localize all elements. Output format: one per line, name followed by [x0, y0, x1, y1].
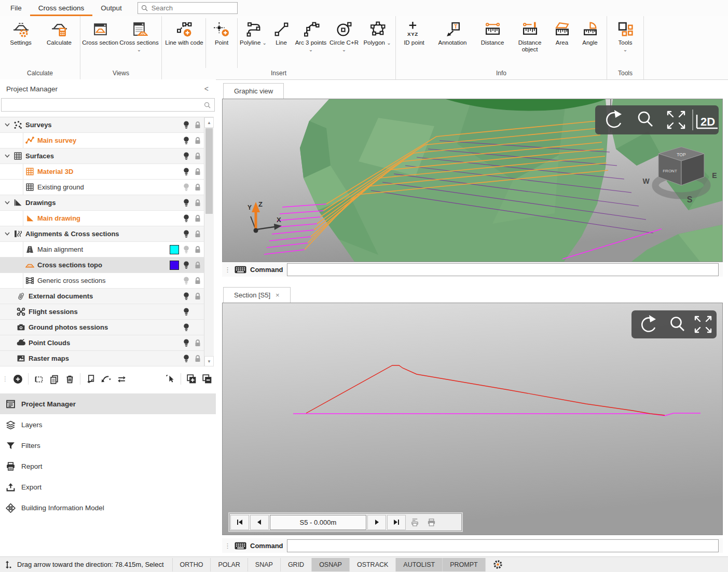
previous-section-button[interactable] — [250, 515, 269, 530]
tree-row-flight-sessions[interactable]: Flight sessions — [0, 304, 204, 320]
nav-item-project-manager[interactable]: Project Manager — [0, 393, 216, 414]
tree-row-drawings[interactable]: Drawings — [0, 195, 204, 211]
expander-chevron-icon[interactable] — [3, 232, 11, 236]
lock-icon[interactable] — [194, 355, 201, 363]
visibility-bulb-icon[interactable] — [183, 261, 190, 269]
arc-3-points-button[interactable]: Arc 3 points ⌄ — [294, 18, 327, 69]
toggle-osnap[interactable]: OSNAP — [311, 558, 349, 571]
section-canvas[interactable] — [223, 303, 722, 535]
visibility-bulb-icon[interactable] — [183, 167, 190, 176]
last-section-button[interactable] — [387, 515, 406, 530]
tree-row-main-drawing[interactable]: Main drawing — [0, 211, 204, 226]
delete-button[interactable] — [63, 372, 77, 386]
page-setup-button[interactable] — [407, 515, 422, 530]
calculate-button[interactable]: Calculate — [40, 18, 78, 69]
area-button[interactable]: Area — [549, 18, 575, 69]
command-input-graphic[interactable] — [287, 263, 719, 276]
tab-graphic-view[interactable]: Graphic view — [223, 83, 284, 99]
pick-in-graphics-button[interactable] — [163, 372, 177, 386]
2d-view-icon[interactable]: 2D — [697, 115, 718, 128]
search-input[interactable] — [150, 4, 234, 12]
print-button[interactable] — [423, 515, 439, 530]
toggle-autolist[interactable]: AUTOLIST — [395, 558, 442, 571]
tree-scrollbar[interactable]: ▲ ▼ — [204, 117, 214, 366]
select-items-button[interactable] — [32, 372, 46, 386]
tab-cross-sections[interactable]: Cross sections — [30, 0, 93, 16]
drag-grip-icon[interactable]: ⋮ — [224, 542, 231, 550]
tree-row-point-clouds[interactable]: Point Clouds — [0, 335, 204, 351]
visibility-bulb-icon[interactable] — [183, 323, 190, 332]
layer-color-swatch[interactable] — [170, 261, 179, 270]
tree-row-main-survey[interactable]: Main survey — [0, 133, 204, 148]
point-button[interactable]: Point — [207, 18, 237, 69]
nav-item-bim[interactable]: Building Information Model — [0, 497, 216, 518]
polygon-button[interactable]: Polygon ⌄ — [361, 18, 394, 69]
toggle-polar[interactable]: POLAR — [210, 558, 247, 571]
section-viewport[interactable]: S5 - 0.000m — [222, 303, 723, 535]
visibility-bulb-icon[interactable] — [183, 229, 190, 238]
toggle-prompt[interactable]: PROMPT — [442, 558, 485, 571]
add-item-button[interactable] — [11, 372, 25, 386]
tree-row-material-3d[interactable]: Material 3D — [0, 164, 204, 180]
visibility-bulb-icon[interactable] — [183, 292, 190, 301]
lock-icon[interactable] — [194, 183, 201, 192]
distance-object-button[interactable]: Distance object — [511, 18, 549, 69]
status-settings-button[interactable] — [493, 560, 503, 569]
tree-row-alignments[interactable]: Alignments & Cross sections — [0, 226, 204, 242]
tree-search-input[interactable] — [5, 101, 204, 110]
cross-section-view-button[interactable]: Cross section — [82, 18, 118, 69]
tab-output[interactable]: Output — [92, 0, 130, 16]
lock-icon[interactable] — [194, 152, 201, 160]
layer-color-swatch[interactable] — [170, 245, 179, 254]
tree-row-ground-photos[interactable]: Ground photos sessions — [0, 320, 204, 335]
lock-icon[interactable] — [194, 199, 201, 207]
expander-chevron-icon[interactable] — [3, 123, 11, 127]
lock-icon[interactable] — [194, 214, 201, 223]
tree-row-raster-maps[interactable]: Raster maps — [0, 351, 204, 366]
lock-icon[interactable] — [194, 137, 201, 145]
lock-icon[interactable] — [194, 339, 201, 347]
visibility-bulb-icon[interactable] — [183, 338, 190, 347]
next-section-button[interactable] — [367, 515, 386, 530]
close-icon[interactable]: × — [276, 291, 280, 299]
distance-button[interactable]: Distance — [474, 18, 511, 69]
visibility-bulb-icon[interactable] — [183, 198, 190, 207]
send-to-button[interactable] — [99, 372, 113, 386]
nav-item-export[interactable]: Export — [0, 476, 216, 497]
circle-cr-button[interactable]: Circle C+R ⌄ — [327, 18, 361, 69]
visibility-bulb-icon[interactable] — [183, 152, 190, 160]
visibility-bulb-off-icon[interactable] — [183, 276, 190, 285]
visibility-bulb-icon[interactable] — [183, 354, 190, 363]
reimport-button[interactable] — [84, 372, 98, 386]
visibility-bulb-icon[interactable] — [183, 120, 190, 129]
annotation-button[interactable]: T Annotation — [431, 18, 474, 69]
tab-file[interactable]: File — [2, 0, 30, 16]
visibility-bulb-icon[interactable] — [183, 214, 190, 223]
graphic-3d-canvas[interactable]: Z Y X TOP FRONT W E S — [223, 99, 722, 262]
recompute-button[interactable] — [115, 372, 129, 386]
toggle-ostrack[interactable]: OSTRACK — [349, 558, 395, 571]
toggle-snap[interactable]: SNAP — [248, 558, 280, 571]
line-button[interactable]: Line — [268, 18, 294, 69]
line-with-code-button[interactable]: Line with code — [163, 18, 205, 69]
settings-button[interactable]: Settings — [2, 18, 40, 69]
lock-icon[interactable] — [194, 277, 201, 285]
expander-chevron-icon[interactable] — [3, 154, 11, 158]
angle-button[interactable]: Angle — [575, 18, 605, 69]
visibility-bulb-icon[interactable] — [183, 136, 190, 145]
tree-row-surfaces[interactable]: Surfaces — [0, 148, 204, 164]
graphic-3d-viewport[interactable]: Z Y X TOP FRONT W E S — [222, 99, 723, 262]
tree-row-cross-sections-topo[interactable]: Cross sections topo — [0, 257, 204, 273]
lock-icon[interactable] — [194, 121, 201, 129]
lock-icon[interactable] — [194, 292, 201, 301]
first-section-button[interactable] — [230, 515, 249, 530]
nav-item-layers[interactable]: Layers — [0, 414, 216, 435]
scrollbar-thumb[interactable] — [205, 128, 213, 214]
drag-grip-icon[interactable]: ⋮ — [224, 266, 231, 274]
nav-item-filters[interactable]: Filters — [0, 435, 216, 456]
scroll-down-button[interactable]: ▼ — [204, 356, 214, 366]
visibility-bulb-off-icon[interactable] — [183, 183, 190, 192]
tree-row-external-documents[interactable]: External documents — [0, 289, 204, 304]
current-section-field[interactable]: S5 - 0.000m — [270, 515, 366, 530]
lock-icon[interactable] — [194, 168, 201, 176]
